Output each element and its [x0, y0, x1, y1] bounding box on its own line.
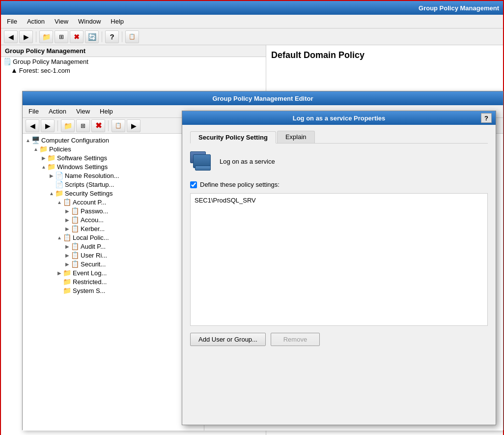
outer-titlebar: Group Policy Management: [1, 1, 503, 15]
forward-button[interactable]: ▶: [19, 30, 33, 43]
expand-local-policies[interactable]: ▲: [56, 235, 63, 240]
tree-forest-item[interactable]: ▲ Forest: sec-1.com: [1, 66, 266, 75]
tree-policies-label: Policies: [49, 145, 71, 153]
tree-computer-config-label: Computer Configuration: [41, 137, 109, 144]
tree-system-services-label: System S...: [73, 287, 105, 294]
inner-menu-help[interactable]: Help: [96, 107, 117, 116]
inner-back-button[interactable]: ◀: [26, 119, 39, 132]
tree-gpm-root[interactable]: 🗒️ Group Policy Management: [1, 57, 266, 66]
tree-name-resolution[interactable]: ▶ 📄 Name Resolution...: [23, 171, 204, 180]
inner-titlebar: Group Policy Management Editor: [23, 91, 503, 105]
expand-password[interactable]: ▶: [64, 208, 71, 214]
help-button[interactable]: ?: [105, 30, 119, 43]
restricted-icon: 📁: [63, 278, 71, 286]
tree-software-settings[interactable]: ▶ 📁 Software Settings: [23, 153, 204, 162]
policies-icon: 📁: [39, 145, 48, 153]
tree-password[interactable]: ▶ 📋 Passwo...: [23, 206, 204, 215]
inner-toolbar-separator-1: [57, 120, 58, 131]
tree-kerberos[interactable]: ▶ 📋 Kerber...: [23, 224, 204, 233]
account-icon: 📋: [71, 216, 79, 224]
tree-forest-icon: ▲: [11, 66, 18, 74]
tree-event-log[interactable]: ▶ 📁 Event Log...: [23, 268, 204, 277]
expand-audit[interactable]: ▶: [64, 244, 71, 249]
inner-menu-file[interactable]: File: [25, 107, 43, 116]
tree-computer-config[interactable]: ▲ 🖥️ Computer Configuration: [23, 136, 204, 145]
tree-restricted-groups[interactable]: 📁 Restricted...: [23, 277, 204, 286]
tree-account-policies-label: Account P...: [73, 199, 106, 206]
tree-security-options[interactable]: ▶ 📋 Securit...: [23, 260, 204, 268]
tree-account-label: Accou...: [81, 216, 104, 224]
tree-forest-label: Forest: sec-1.com: [19, 67, 70, 74]
tree-software-settings-label: Software Settings: [57, 154, 107, 162]
user-list-item[interactable]: SEC1\ProdSQL_SRV: [193, 196, 485, 205]
expand-account-policies[interactable]: ▲: [56, 200, 63, 205]
windows-settings-icon: 📁: [47, 163, 56, 171]
inner-forward-button[interactable]: ▶: [41, 119, 55, 132]
define-settings-label: Define these policy settings:: [200, 181, 280, 188]
system-services-icon: 📁: [63, 287, 71, 294]
tree-security-settings[interactable]: ▲ 📁 Security Settings: [23, 189, 204, 198]
list-button[interactable]: ⊞: [55, 30, 68, 43]
security-options-icon: 📋: [71, 260, 79, 268]
inner-menu-view[interactable]: View: [72, 107, 94, 116]
expand-security-settings[interactable]: ▲: [48, 191, 55, 196]
policy-icon: [190, 149, 214, 173]
add-user-group-button[interactable]: Add User or Group...: [190, 333, 266, 346]
expand-windows-settings[interactable]: ▲: [40, 164, 47, 170]
tree-policies[interactable]: ▲ 📁 Policies: [23, 145, 204, 153]
local-policies-icon: 📋: [63, 233, 71, 241]
tree-audit[interactable]: ▶ 📋 Audit P...: [23, 242, 204, 251]
security-settings-icon: 📁: [55, 189, 63, 197]
tree-scripts[interactable]: 📄 Scripts (Startup...: [23, 180, 204, 189]
inner-right-button[interactable]: ▶: [127, 119, 140, 132]
define-settings-checkbox[interactable]: [190, 181, 197, 188]
remove-button[interactable]: Remove: [271, 333, 320, 346]
tree-user-rights[interactable]: ▶ 📋 User Ri...: [23, 251, 204, 260]
menu-window[interactable]: Window: [74, 17, 105, 26]
tree-password-label: Passwo...: [81, 207, 108, 215]
menu-help[interactable]: Help: [107, 17, 128, 26]
delete-button[interactable]: ✖: [70, 30, 84, 43]
dialog-titlebar: Log on as a service Properties ?: [182, 111, 496, 125]
refresh-button[interactable]: 🔄: [85, 30, 99, 43]
outer-menu-bar: File Action View Window Help: [1, 15, 503, 29]
inner-toolbar-separator-2: [108, 120, 109, 131]
expand-security-options[interactable]: ▶: [64, 261, 71, 267]
users-list[interactable]: SEC1\ProdSQL_SRV: [190, 193, 488, 326]
expand-event-log[interactable]: ▶: [56, 270, 63, 276]
inner-folder-button[interactable]: 📁: [61, 119, 75, 132]
tab-explain[interactable]: Explain: [277, 131, 315, 143]
folder-button[interactable]: 📁: [39, 30, 53, 43]
expand-kerberos[interactable]: ▶: [64, 226, 71, 232]
inner-menu-action[interactable]: Action: [45, 107, 70, 116]
menu-file[interactable]: File: [3, 17, 21, 26]
expand-user-rights[interactable]: ▶: [64, 253, 71, 258]
name-resolution-icon: 📄: [55, 172, 63, 179]
expand-software-settings[interactable]: ▶: [40, 155, 47, 161]
expand-computer-config[interactable]: ▲: [25, 138, 31, 143]
inner-export-button[interactable]: 📋: [112, 119, 125, 132]
tree-account-policies[interactable]: ▲ 📋 Account P...: [23, 198, 204, 206]
right-panel-title: Default Domain Policy: [271, 50, 498, 60]
tab-security-policy-setting[interactable]: Security Policy Setting: [190, 131, 276, 144]
tree-windows-settings[interactable]: ▲ 📁 Windows Settings: [23, 162, 204, 171]
menu-action[interactable]: Action: [23, 17, 49, 26]
inner-list-button[interactable]: ⊞: [76, 119, 90, 132]
tree-account[interactable]: ▶ 📋 Accou...: [23, 215, 204, 224]
expand-policies[interactable]: ▲: [32, 146, 39, 152]
inner-delete-button[interactable]: ✖: [91, 119, 105, 132]
menu-view[interactable]: View: [51, 17, 72, 26]
event-log-icon: 📁: [63, 269, 71, 277]
expand-name-resolution[interactable]: ▶: [48, 173, 55, 178]
tree-scripts-label: Scripts (Startup...: [65, 181, 114, 188]
tree-local-policies[interactable]: ▲ 📋 Local Polic...: [23, 233, 204, 242]
outer-tree-header: Group Policy Management: [1, 45, 266, 57]
view-button[interactable]: 📋: [125, 30, 139, 43]
policy-name-label: Log on as a service: [220, 158, 275, 165]
expand-account[interactable]: ▶: [64, 217, 71, 223]
dialog-help-button[interactable]: ?: [481, 113, 492, 123]
tree-restricted-label: Restricted...: [73, 278, 107, 286]
back-button[interactable]: ◀: [4, 30, 18, 43]
tree-security-settings-label: Security Settings: [65, 190, 113, 197]
tree-system-services[interactable]: 📁 System S...: [23, 286, 204, 295]
